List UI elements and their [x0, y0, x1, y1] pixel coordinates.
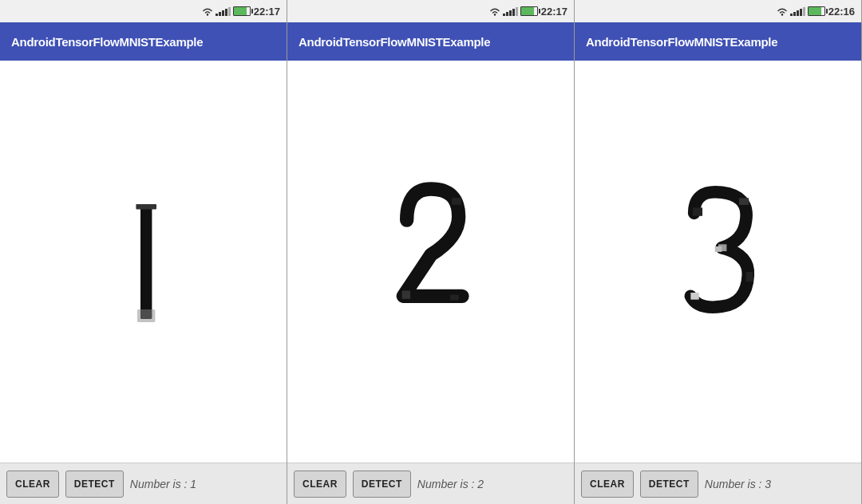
digit-canvas-2 — [287, 61, 574, 463]
signal-bars-2 — [503, 6, 518, 16]
phone-screen-3: 22:16 AndroidTensorFlowMNISTExample CLEA… — [575, 0, 862, 504]
bottom-bar-3: CLEAR DETECT Number is : 3 — [575, 463, 861, 504]
digit-canvas-1 — [0, 61, 287, 463]
signal-icons-1 — [202, 6, 251, 16]
app-title-2: AndroidTensorFlowMNISTExample — [299, 35, 490, 49]
svg-rect-12 — [739, 198, 749, 205]
time-2: 22:17 — [541, 6, 567, 18]
digit-2-svg — [359, 158, 503, 365]
digit-canvas-3 — [575, 61, 861, 463]
detect-button-1[interactable]: DETECT — [65, 471, 124, 498]
wifi-icon-1 — [202, 7, 213, 16]
svg-point-0 — [207, 14, 208, 15]
svg-rect-1 — [140, 204, 152, 319]
clear-button-1[interactable]: CLEAR — [6, 471, 59, 498]
digit-1-svg — [80, 158, 208, 365]
app-bar-1: AndroidTensorFlowMNISTExample — [0, 22, 287, 61]
result-text-3: Number is : 3 — [705, 478, 771, 490]
svg-rect-6 — [401, 210, 409, 218]
phone-screen-1: 22:17 AndroidTensorFlowMNISTExample CLEA… — [0, 0, 287, 504]
battery-icon-2 — [520, 6, 538, 16]
clear-button-3[interactable]: CLEAR — [581, 471, 634, 498]
battery-icon-1 — [233, 6, 251, 16]
svg-rect-16 — [714, 246, 722, 252]
signal-bars-1 — [216, 6, 231, 16]
status-bar-2: 22:17 — [287, 0, 574, 22]
svg-rect-9 — [450, 295, 458, 301]
detect-button-3[interactable]: DETECT — [640, 471, 698, 498]
battery-icon-3 — [808, 6, 825, 16]
phone-screen-2: 22:17 AndroidTensorFlowMNISTExample CLEA… — [287, 0, 575, 504]
drawing-area-2[interactable] — [287, 61, 574, 463]
svg-rect-7 — [452, 198, 461, 205]
digit-3-svg — [646, 158, 790, 365]
detect-button-2[interactable]: DETECT — [353, 471, 411, 498]
svg-rect-8 — [401, 290, 409, 298]
svg-point-4 — [494, 14, 496, 15]
app-bar-3: AndroidTensorFlowMNISTExample — [575, 22, 861, 61]
svg-rect-3 — [136, 204, 156, 209]
svg-rect-11 — [692, 207, 702, 215]
svg-point-10 — [781, 14, 783, 15]
status-bar-3: 22:16 — [575, 0, 861, 22]
bottom-bar-2: CLEAR DETECT Number is : 2 — [287, 463, 574, 504]
drawing-area-1[interactable] — [0, 61, 287, 463]
signal-bars-3 — [790, 6, 805, 16]
clear-button-2[interactable]: CLEAR — [294, 471, 346, 498]
time-1: 22:17 — [254, 6, 280, 18]
svg-rect-14 — [690, 293, 698, 300]
time-3: 22:16 — [828, 6, 855, 18]
wifi-icon-3 — [777, 7, 788, 16]
bottom-bar-1: CLEAR DETECT Number is : 1 — [0, 463, 287, 504]
status-bar-1: 22:17 — [0, 0, 287, 22]
wifi-icon-2 — [489, 7, 500, 16]
app-title-3: AndroidTensorFlowMNISTExample — [586, 35, 777, 49]
signal-icons-3 — [777, 6, 825, 16]
app-bar-2: AndroidTensorFlowMNISTExample — [287, 22, 574, 61]
svg-rect-2 — [137, 309, 155, 322]
result-text-1: Number is : 1 — [130, 478, 196, 490]
app-title-1: AndroidTensorFlowMNISTExample — [11, 35, 203, 49]
result-text-2: Number is : 2 — [417, 478, 484, 490]
signal-icons-2 — [489, 6, 538, 16]
svg-rect-13 — [745, 272, 753, 282]
drawing-area-3[interactable] — [575, 61, 861, 463]
